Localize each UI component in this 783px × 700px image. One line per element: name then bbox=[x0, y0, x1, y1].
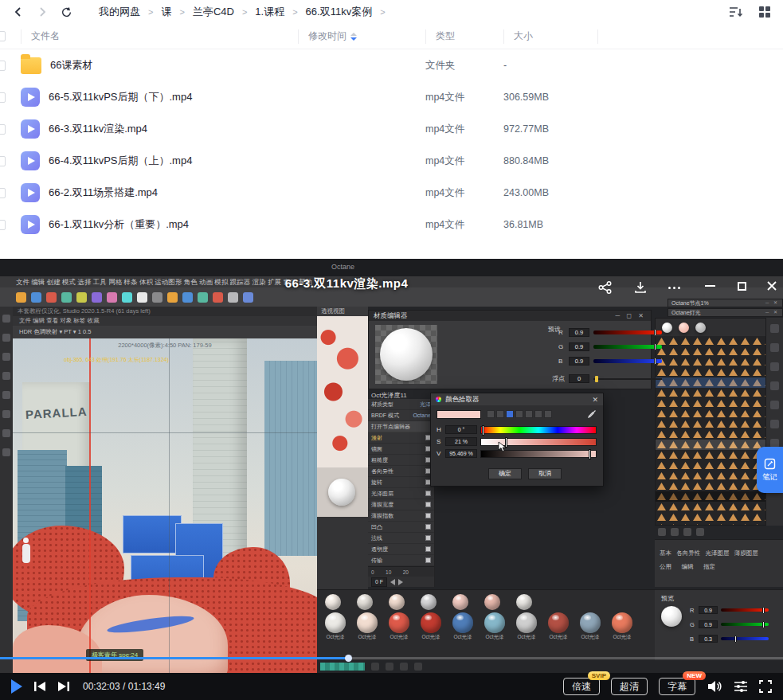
row-checkbox[interactable] bbox=[0, 156, 6, 166]
scene-guide-line bbox=[89, 338, 91, 673]
timeline-ruler: 0 10 20 bbox=[368, 566, 434, 577]
video-file-icon bbox=[21, 151, 40, 170]
note-icon bbox=[764, 458, 776, 470]
quality-button[interactable]: 超清 bbox=[611, 678, 648, 695]
material-thumb bbox=[389, 612, 409, 633]
dialog-close-icon: ✕ bbox=[592, 396, 598, 404]
file-type: mp4文件 bbox=[425, 186, 503, 200]
material-thumb bbox=[484, 594, 500, 610]
column-size[interactable]: 大小 bbox=[503, 29, 597, 44]
material-thumb bbox=[325, 594, 341, 610]
subtitle-button[interactable]: 字幕NEW bbox=[659, 678, 695, 695]
settings-icon[interactable] bbox=[734, 680, 748, 693]
video-frame[interactable]: Octane 文件 编辑 创建 模式 选择 工具 网格 样条 体积 运动图形 角… bbox=[0, 259, 783, 673]
file-row[interactable]: 66-5.双11kvPS后期（下）.mp4 mp4文件 306.59MB bbox=[0, 81, 783, 113]
file-name[interactable]: 66课素材 bbox=[50, 58, 92, 72]
file-type: 文件夹 bbox=[425, 59, 503, 72]
render-view-image bbox=[317, 316, 368, 467]
material-thumb bbox=[548, 612, 569, 633]
color-picker-title: 颜色拾取器 bbox=[445, 395, 480, 405]
speed-button[interactable]: 倍速SVIP bbox=[563, 678, 600, 695]
row-checkbox[interactable] bbox=[0, 61, 6, 71]
volume-icon[interactable] bbox=[707, 680, 722, 693]
c4d-viewport-toolbar: HDR 色调映射 ▾ PT ▾ 1 0.5 bbox=[13, 326, 317, 338]
file-type: mp4文件 bbox=[425, 154, 503, 168]
scene-building-text: PARALLA bbox=[25, 405, 88, 421]
material-thumb bbox=[484, 612, 505, 633]
c4d-viewport: 本套教程仅汉化, Studio 2020.1.5-R4 (61 days lef… bbox=[13, 307, 317, 673]
c4d-material-editor: 材质编辑器─ ◻ ✕ 预设 R0.9 G0.9 B0.9 浮点0 bbox=[368, 310, 652, 389]
material-thumb bbox=[389, 594, 405, 610]
file-row[interactable]: 66-2.双11场景搭建.mp4 mp4文件 243.00MB bbox=[0, 177, 783, 209]
file-type: mp4文件 bbox=[425, 123, 503, 136]
file-row[interactable]: 66课素材 文件夹 - bbox=[0, 49, 783, 81]
row-checkbox[interactable] bbox=[0, 220, 6, 230]
color-wheel-icon bbox=[436, 397, 441, 402]
texture-browser-panel bbox=[655, 318, 766, 526]
note-label: 笔记 bbox=[762, 472, 777, 483]
seekbar[interactable] bbox=[0, 657, 783, 659]
row-checkbox[interactable] bbox=[0, 124, 6, 135]
more-icon[interactable] bbox=[666, 280, 682, 295]
breadcrumb-item[interactable]: 兰亭C4D bbox=[193, 5, 234, 19]
note-button[interactable]: 笔记 bbox=[757, 447, 783, 493]
scene-axis-line bbox=[13, 432, 317, 433]
breadcrumb-item-current[interactable]: 66.双11kv案例 bbox=[306, 5, 373, 19]
breadcrumb-item[interactable]: 我的网盘 bbox=[99, 5, 140, 19]
file-name[interactable]: 66-4.双11kvPS后期（上）.mp4 bbox=[49, 154, 192, 168]
c4d-titlebar bbox=[0, 259, 783, 276]
file-name[interactable]: 66-2.双11场景搭建.mp4 bbox=[49, 186, 158, 200]
video-file-icon bbox=[21, 88, 40, 107]
grid-view-icon[interactable] bbox=[758, 5, 772, 19]
column-filename[interactable]: 文件名 bbox=[21, 29, 298, 44]
fullscreen-icon[interactable] bbox=[759, 680, 772, 693]
material-thumb bbox=[421, 594, 437, 610]
sort-order-icon[interactable] bbox=[729, 5, 743, 19]
file-name[interactable]: 66-1.双11kv分析（重要）.mp4 bbox=[49, 217, 189, 232]
material-thumb bbox=[612, 612, 632, 633]
back-icon[interactable] bbox=[11, 5, 25, 19]
breadcrumb: 我的网盘> 课> 兰亭C4D> 1.课程> 66.双11kv案例> bbox=[99, 5, 386, 19]
color-picker-dialog: 颜色拾取器✕ H0 ° S21 % V95.469 % 确定 取消 bbox=[430, 393, 604, 487]
forward-icon[interactable] bbox=[35, 5, 49, 19]
scene-figure bbox=[23, 538, 29, 543]
row-checkbox[interactable] bbox=[0, 92, 6, 103]
c4d-material-params: 材质类型光泽 BRDF 模式Octane 打开节点编辑器 漫射 镜面 粗糙度 各… bbox=[368, 399, 435, 587]
nav-bar: 我的网盘> 课> 兰亭C4D> 1.课程> 66.双11kv案例> bbox=[0, 0, 783, 24]
file-size: 243.00MB bbox=[503, 187, 597, 198]
octane-light-window: Octane灯光─ ✕ bbox=[668, 308, 783, 317]
column-type[interactable]: 类型 bbox=[425, 29, 503, 44]
sort-arrows-icon[interactable] bbox=[350, 33, 357, 41]
next-button[interactable] bbox=[57, 681, 70, 692]
download-icon[interactable] bbox=[632, 280, 648, 295]
file-row[interactable]: 66-3.双11kv渲染.mp4 mp4文件 972.77MB bbox=[0, 113, 783, 145]
maximize-button[interactable] bbox=[733, 278, 750, 294]
previous-button[interactable] bbox=[33, 681, 46, 692]
file-name[interactable]: 66-5.双11kvPS后期（下）.mp4 bbox=[49, 90, 192, 104]
select-all-checkbox[interactable] bbox=[0, 31, 6, 41]
row-checkbox[interactable] bbox=[0, 188, 6, 198]
mouse-cursor bbox=[498, 441, 507, 454]
file-row[interactable]: 66-4.双11kvPS后期（上）.mp4 mp4文件 880.84MB bbox=[0, 145, 783, 177]
seekbar-progress bbox=[0, 657, 349, 659]
refresh-icon[interactable] bbox=[59, 5, 73, 19]
breadcrumb-item[interactable]: 1.课程 bbox=[255, 5, 284, 19]
file-name[interactable]: 66-3.双11kv渲染.mp4 bbox=[49, 122, 147, 136]
breadcrumb-item[interactable]: 课 bbox=[161, 5, 171, 19]
play-button[interactable] bbox=[11, 679, 22, 694]
material-editor-title: 材质编辑器 bbox=[374, 311, 408, 321]
file-type: mp4文件 bbox=[425, 218, 503, 232]
file-size: 880.84MB bbox=[503, 155, 597, 166]
file-size: 972.77MB bbox=[503, 123, 597, 135]
scene-figure bbox=[22, 544, 30, 563]
scene-stats-text: obj-365, 643 处理(191.76 太乐(1187.1324) bbox=[64, 356, 169, 364]
material-thumb bbox=[452, 594, 468, 610]
column-modified-time[interactable]: 修改时间 bbox=[298, 29, 425, 44]
share-icon[interactable] bbox=[597, 280, 613, 295]
close-button[interactable] bbox=[763, 278, 781, 294]
eyedropper-icon bbox=[587, 409, 597, 420]
minimize-button[interactable] bbox=[701, 278, 718, 294]
c4d-title-text: Octane bbox=[331, 263, 354, 271]
scene-axis-line bbox=[169, 338, 170, 673]
file-row[interactable]: 66-1.双11kv分析（重要）.mp4 mp4文件 36.81MB bbox=[0, 209, 783, 241]
